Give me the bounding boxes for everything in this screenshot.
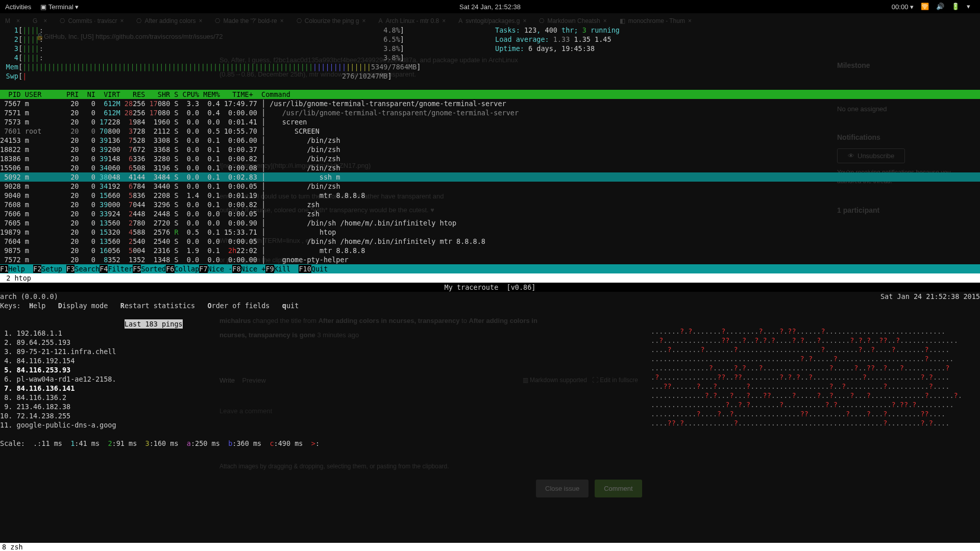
mtr-keys[interactable]: Keys: Help Display mode Restart statisti… — [0, 301, 980, 310]
tab-close-icon[interactable]: × — [120, 17, 124, 24]
process-row[interactable]: 15506 m 20 0 34060 6508 3196 S 0.0 0.1 0… — [0, 163, 980, 172]
tab-favicon: ⎔ — [297, 17, 302, 24]
process-row[interactable]: 7604 m 20 0 13560 2540 2540 S 0.0 0.0 0:… — [0, 237, 980, 246]
mtr-pings-header: Last 183 pings — [125, 319, 183, 329]
mtr-host: arch (0.0.0.0) — [0, 292, 58, 301]
process-row[interactable]: 5092 m 20 0 38048 4144 3484 S 0.0 0.1 0:… — [0, 172, 980, 182]
tab-close-icon[interactable]: × — [16, 17, 20, 24]
activities-button[interactable]: Activities — [5, 3, 31, 11]
mtr-title: My traceroute [v0.86] — [0, 283, 980, 292]
power-icon[interactable]: ▾ — [967, 3, 975, 11]
volume-icon[interactable]: 🔊 — [936, 3, 944, 11]
process-row[interactable]: 7573 m 20 0 17228 1984 1960 S 0.0 0.0 0:… — [0, 117, 980, 127]
wifi-icon[interactable]: 🛜 — [921, 3, 929, 11]
process-row[interactable]: 9040 m 20 0 15660 5836 2208 S 1.4 0.1 0:… — [0, 191, 980, 200]
tab-favicon: ⎔ — [136, 17, 141, 24]
process-row[interactable]: 7605 m 20 0 13560 2780 2720 S 0.0 0.0 0:… — [0, 218, 980, 228]
terminal-menu[interactable]: ▣ Terminal ▾ — [40, 3, 79, 11]
tab-close-icon[interactable]: × — [603, 17, 607, 24]
tab-close-icon[interactable]: × — [442, 17, 446, 24]
tab-close-icon[interactable]: × — [199, 17, 202, 24]
tab-favicon: ⎔ — [539, 17, 544, 24]
github-issue-buttons: Close issue Comment — [536, 480, 642, 497]
tab-favicon: G — [33, 17, 37, 24]
clock-right[interactable]: 00:00 ▾ — [892, 3, 914, 11]
process-row[interactable]: 9028 m 20 0 34192 6784 3440 S 0.0 0.1 0:… — [0, 182, 980, 191]
tab-favicon: A — [458, 17, 462, 24]
process-row[interactable]: 7608 m 20 0 39000 7044 3296 S 0.0 0.1 0:… — [0, 200, 980, 209]
tmux-tab-htop[interactable]: 2 htop — [0, 273, 980, 283]
tab-close-icon[interactable]: × — [280, 17, 284, 24]
process-row[interactable]: 19879 m 20 0 15320 4588 2576 R 0.5 0.1 1… — [0, 228, 980, 237]
clock-center: Sat 24 Jan, 21:52:38 — [459, 3, 521, 11]
close-issue-button[interactable]: Close issue — [536, 480, 589, 497]
process-row[interactable]: 7572 m 20 0 8352 1352 1348 S 0.0 0.0 0:0… — [0, 255, 980, 264]
mtr-scale: Scale: .:11 ms 1:41 ms 2:91 ms 3:160 ms … — [0, 439, 980, 448]
gnome-top-bar: Activities ▣ Terminal ▾ Sat 24 Jan, 21:5… — [0, 0, 980, 13]
mtr-latency-grid: .......?.?.......?........?....?.??.....… — [651, 327, 977, 428]
htop-header: PID USER PRI NI VIRT RES SHR S CPU% MEM%… — [0, 90, 980, 99]
process-row[interactable]: 18822 m 20 0 39200 7672 3368 S 0.0 0.1 0… — [0, 145, 980, 154]
process-row[interactable]: 7567 m 20 0 612M 28256 17080 S 3.3 0.4 1… — [0, 99, 980, 108]
process-row[interactable]: 9875 m 20 0 16056 5004 2316 S 1.9 0.1 2h… — [0, 246, 980, 255]
tab-close-icon[interactable]: × — [688, 17, 692, 24]
comment-button[interactable]: Comment — [595, 480, 642, 497]
tab-favicon: A — [379, 17, 383, 24]
battery-icon[interactable]: 🔋 — [951, 3, 960, 11]
tab-close-icon[interactable]: × — [43, 17, 47, 24]
htop-fkeys[interactable]: F1Help F2Setup F3SearchF4FilterF5SortedF… — [0, 264, 980, 273]
tab-close-icon[interactable]: × — [523, 17, 526, 24]
tab-favicon: ⎔ — [60, 17, 65, 24]
process-row[interactable]: 24153 m 20 0 39136 7528 3308 S 0.0 0.1 0… — [0, 136, 980, 145]
tab-favicon: ⎔ — [215, 17, 220, 24]
process-row[interactable]: 7606 m 20 0 33924 2448 2448 S 0.0 0.0 0:… — [0, 209, 980, 218]
mtr-date: Sat Jan 24 21:52:38 2015 — [880, 292, 980, 301]
tab-favicon: ◧ — [620, 17, 625, 24]
tab-close-icon[interactable]: × — [362, 17, 366, 24]
process-row[interactable]: 7601 root 20 0 70800 3728 2112 S 0.0 0.5… — [0, 127, 980, 136]
tab-favicon: M — [5, 17, 10, 24]
process-row[interactable]: 7571 m 20 0 612M 28256 17080 S 0.0 0.4 0… — [0, 108, 980, 117]
tmux-bottom-tab[interactable]: 8 zsh — [0, 543, 980, 551]
process-row[interactable]: 18386 m 20 0 39148 6336 3280 S 0.0 0.1 0… — [0, 154, 980, 163]
